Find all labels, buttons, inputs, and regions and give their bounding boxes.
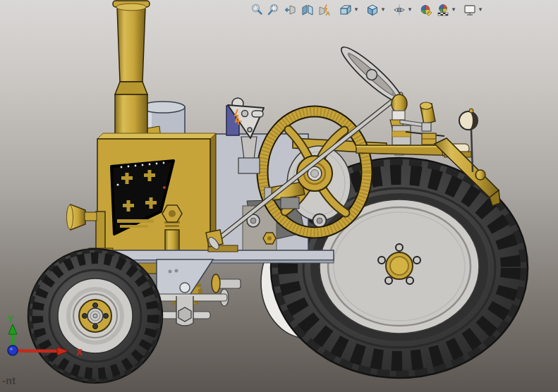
grease-pump[interactable]	[162, 205, 182, 255]
display-style-button[interactable]	[365, 1, 380, 18]
previous-view-icon	[284, 3, 298, 17]
triad-x-label: X	[76, 347, 83, 357]
section-view-icon	[301, 3, 315, 17]
triad-y-axis[interactable]: Y	[7, 314, 17, 350]
zoom-to-fit-button[interactable]	[249, 1, 265, 18]
annotation-views-icon: A	[317, 3, 332, 17]
previous-view-button[interactable]	[283, 1, 298, 18]
display-style-dropdown-arrow[interactable]: ▾	[380, 1, 386, 18]
svg-text:A: A	[326, 9, 331, 16]
triad-z-axis[interactable]	[8, 345, 18, 355]
apply-scene-button[interactable]	[435, 1, 451, 18]
annotation-views-button[interactable]: A	[317, 1, 332, 18]
display-style-icon	[365, 3, 380, 17]
hide-show-items-dropdown-arrow[interactable]: ▾	[407, 1, 413, 18]
edit-appearance-icon	[419, 3, 433, 17]
watermark-text: -nt	[2, 375, 16, 386]
zoom-to-area-icon	[267, 3, 281, 17]
view-settings-dropdown-arrow[interactable]: ▾	[478, 1, 483, 18]
edit-appearance-button[interactable]	[418, 1, 434, 18]
view-settings-button[interactable]	[462, 1, 478, 18]
apply-scene-dropdown-arrow[interactable]: ▾	[451, 1, 456, 18]
gear-lever[interactable]	[420, 102, 436, 131]
view-orientation-button[interactable]	[338, 1, 353, 18]
view-settings-icon	[463, 3, 477, 17]
triad-x-axis[interactable]: X	[13, 347, 83, 357]
zoom-to-area-button[interactable]	[266, 1, 281, 18]
graphics-area[interactable]: A ▾ ▾ ▾	[0, 0, 558, 392]
heads-up-view-toolbar: A ▾ ▾ ▾	[248, 1, 484, 18]
exhaust-stack[interactable]	[113, 1, 150, 139]
triad-y-label: Y	[7, 314, 13, 324]
zoom-to-fit-icon	[250, 3, 264, 17]
apply-scene-icon	[436, 3, 450, 17]
section-view-button[interactable]	[300, 1, 315, 18]
hide-show-items-icon	[392, 3, 406, 17]
hide-show-items-button[interactable]	[392, 1, 407, 18]
view-orientation-dropdown-arrow[interactable]: ▾	[353, 1, 359, 18]
view-orientation-icon	[339, 3, 353, 17]
